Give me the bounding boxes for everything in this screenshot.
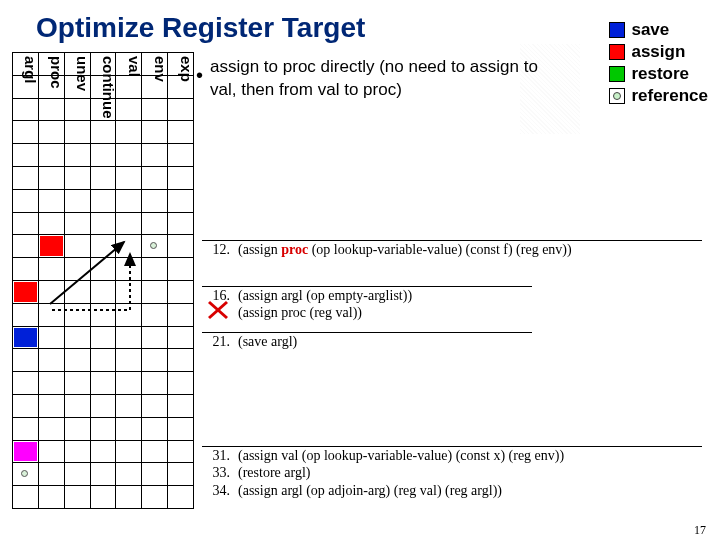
instr-12-code: (assign proc (op lookup-variable-value) … [238, 242, 702, 258]
instr-x-code: (assign proc (reg val)) [238, 305, 532, 321]
register-timeline-grid [12, 52, 194, 509]
x-mark [207, 300, 229, 320]
instr-12: 12. (assign proc (op lookup-variable-val… [202, 240, 702, 258]
instr-33-num: 33. [202, 465, 238, 481]
cell-save-argl-21 [14, 328, 37, 348]
bullet-text: • assign to proc directly (no need to as… [210, 56, 550, 102]
legend-save-label: save [631, 20, 669, 40]
bullet-dot: • [196, 62, 203, 89]
instr-31-num: 31. [202, 448, 238, 464]
instr-12-pre: (assign [238, 242, 281, 257]
cell-ref-env [150, 242, 157, 249]
instr-33: 33. (restore argl) [202, 464, 702, 481]
cell-assign-argl-34 [14, 442, 37, 462]
cell-assign-argl-16 [14, 282, 37, 302]
legend-save-swatch [609, 22, 625, 38]
instr-34-code: (assign argl (op adjoin-arg) (reg val) (… [238, 483, 702, 499]
instr-12-highlight: proc [281, 242, 308, 257]
bullet-body: assign to proc directly (no need to assi… [210, 57, 538, 99]
instr-34-num: 34. [202, 483, 238, 499]
main-area: exp env val continue unev proc argl [12, 52, 708, 530]
instr-31: 31. (assign val (op lookup-variable-valu… [202, 446, 702, 464]
legend-save: save [609, 20, 708, 40]
instr-31-code: (assign val (op lookup-variable-value) (… [238, 448, 702, 464]
instr-16: 16. (assign argl (op empty-arglist)) [202, 286, 532, 304]
instr-34: 34. (assign argl (op adjoin-arg) (reg va… [202, 482, 702, 499]
instr-16-code: (assign argl (op empty-arglist)) [238, 288, 532, 304]
instr-12-post: (op lookup-variable-value) (const f) (re… [308, 242, 572, 257]
instr-21: 21. (save argl) [202, 332, 532, 350]
cell-ref-argl [21, 470, 28, 477]
instr-21-num: 21. [202, 334, 238, 350]
instr-12-num: 12. [202, 242, 238, 258]
instr-21-code: (save argl) [238, 334, 532, 350]
instr-33-code: (restore argl) [238, 465, 702, 481]
instr-x: (assign proc (reg val)) [202, 304, 532, 321]
cell-assign-proc [40, 236, 63, 256]
page-number: 17 [694, 523, 706, 538]
